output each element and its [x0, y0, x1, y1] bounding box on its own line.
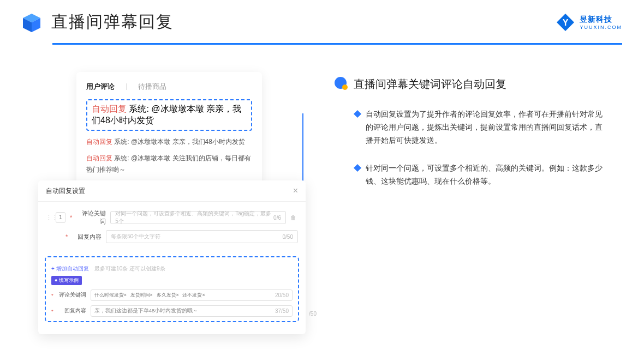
auto-reply-tag: 自动回复: [86, 154, 112, 162]
keyword-placeholder: 对同一个问题，可设置多个相近、高频的关键词，Tag确定，最多5个: [115, 210, 273, 225]
comment-row-highlighted: 自动回复 系统: @冰墩墩本墩 亲亲，我们48小时内发货: [86, 99, 252, 131]
diamond-bullet-icon: [354, 164, 361, 172]
close-icon[interactable]: ×: [293, 186, 298, 196]
auto-reply-tag: 自动回复: [92, 104, 127, 113]
example-badge: ● 填写示例: [51, 276, 82, 285]
page-title: 直播间弹幕回复: [51, 11, 174, 33]
auto-reply-tag: 自动回复: [86, 138, 112, 146]
tab-pending-products[interactable]: 待播商品: [138, 82, 166, 92]
comment-tabs: 用户评论 | 待播商品: [86, 82, 252, 92]
settings-dialog: 自动回复设置 × ⋮⋮ 1 * 评论关键词 对同一个问题，可设置多个相近、高频的…: [38, 180, 306, 334]
comment-text: 系统: @冰墩墩本墩 亲亲，我们48小时内发货: [114, 138, 245, 146]
trash-icon[interactable]: 🗑: [290, 214, 298, 221]
section-title: 直播间弹幕关键词评论自动回复: [354, 77, 506, 92]
example-tags: 什么时候发货× 发货时间× 多久发货× 还不发货×: [94, 292, 207, 299]
tab-user-comments[interactable]: 用户评论: [86, 82, 115, 92]
required-star: *: [65, 233, 68, 240]
brand-name: 昱新科技: [580, 15, 622, 25]
example-content-counter: 37/50: [275, 308, 289, 314]
right-column: 直播间弹幕关键词评论自动回复 自动回复设置为了提升作者的评论回复效率，作者可在开…: [322, 72, 622, 334]
bullet-item: 自动回复设置为了提升作者的评论回复效率，作者可在开播前针对常见的评论用户问题，提…: [333, 108, 622, 147]
example-keyword-label: 评论关键词: [58, 292, 86, 299]
content-row: * 回复内容 每条限50个中文字符 0/50: [46, 230, 298, 243]
tab-divider: |: [126, 82, 127, 92]
tag-chip: 发货时间×: [130, 292, 153, 298]
comment-row: 自动回复 系统: @冰墩墩本墩 关注我们的店铺，每日都有热门推荐哟～: [86, 153, 252, 175]
content-placeholder: 每条限50个中文字符: [111, 233, 160, 240]
bullet-text: 自动回复设置为了提升作者的评论回复效率，作者可在开播前针对常见的评论用户问题，提…: [366, 108, 606, 147]
keyword-counter: 0/6: [273, 215, 281, 221]
keyword-input[interactable]: 对同一个问题，可设置多个相近、高频的关键词，Tag确定，最多5个 0/6: [110, 211, 286, 224]
header-left: 直播间弹幕回复: [21, 11, 174, 33]
tag-chip: 什么时候发货×: [94, 292, 127, 298]
left-column: 用户评论 | 待播商品 自动回复 系统: @冰墩墩本墩 亲亲，我们48小时内发货…: [38, 72, 306, 334]
brand-url: YUUXIN.COM: [580, 25, 622, 30]
required-star: *: [51, 292, 53, 298]
tag-chip: 多久发货×: [157, 292, 179, 298]
example-content-value: 亲，我们这边都是下单48小时内发货的哦～: [94, 307, 199, 315]
example-keyword-counter: 20/50: [275, 292, 289, 298]
dialog-title: 自动回复设置: [46, 186, 85, 196]
add-row: + 增加自动回复 最多可建10条 还可以创建9条: [51, 263, 293, 273]
tag-chip: 还不发货×: [182, 292, 205, 298]
comment-row: 自动回复 系统: @冰墩墩本墩 亲亲，我们48小时内发货: [86, 136, 252, 147]
brand-icon: Y: [556, 13, 575, 32]
example-keyword-input[interactable]: 什么时候发货× 发货时间× 多久发货× 还不发货× 20/50: [91, 289, 293, 301]
header: 直播间弹幕回复 Y 昱新科技 YUUXIN.COM: [0, 0, 644, 39]
example-keyword-row: * 评论关键词 什么时候发货× 发货时间× 多久发货× 还不发货× 20/50: [51, 289, 293, 301]
sequence-box: 1: [56, 212, 65, 223]
diamond-bullet-icon: [354, 110, 361, 118]
keyword-row: ⋮⋮ 1 * 评论关键词 对同一个问题，可设置多个相近、高频的关键词，Tag确定…: [46, 209, 298, 226]
add-hint: 最多可建10条 还可以创建9条: [94, 266, 165, 272]
bullet-text: 针对同一个问题，可设置多个相近的、高频的关键词。例如：这款多少钱、这块能优惠吗、…: [366, 162, 606, 188]
example-block: + 增加自动回复 最多可建10条 还可以创建9条 ● 填写示例 * 评论关键词 …: [45, 256, 299, 322]
main: 用户评论 | 待播商品 自动回复 系统: @冰墩墩本墩 亲亲，我们48小时内发货…: [0, 45, 644, 334]
brand: Y 昱新科技 YUUXIN.COM: [556, 13, 622, 32]
bullet-item: 针对同一个问题，可设置多个相近的、高频的关键词。例如：这款多少钱、这块能优惠吗、…: [333, 162, 622, 188]
section-head: 直播间弹幕关键词评论自动回复: [333, 76, 622, 92]
svg-point-6: [342, 85, 348, 90]
cube-icon: [21, 11, 43, 33]
example-content-row: * 回复内容 亲，我们这边都是下单48小时内发货的哦～ 37/50: [51, 305, 293, 317]
dialog-titlebar: 自动回复设置 ×: [38, 180, 306, 202]
dialog-body: ⋮⋮ 1 * 评论关键词 对同一个问题，可设置多个相近、高频的关键词，Tag确定…: [38, 202, 306, 251]
example-content-input[interactable]: 亲，我们这边都是下单48小时内发货的哦～ 37/50: [91, 305, 293, 317]
example-content-label: 回复内容: [58, 307, 86, 315]
add-auto-reply-link[interactable]: + 增加自动回复: [51, 266, 89, 272]
required-star: *: [51, 308, 53, 314]
comment-card: 用户评论 | 待播商品 自动回复 系统: @冰墩墩本墩 亲亲，我们48小时内发货…: [76, 72, 262, 187]
content-counter: 0/50: [283, 234, 293, 240]
keyword-label: 评论关键词: [76, 209, 106, 226]
content-input[interactable]: 每条限50个中文字符 0/50: [106, 230, 298, 243]
outside-counter: /50: [309, 311, 317, 317]
svg-text:Y: Y: [563, 18, 569, 27]
chat-bubble-icon: [333, 76, 348, 92]
required-star: *: [70, 214, 72, 221]
comment-list: 自动回复 系统: @冰墩墩本墩 亲亲，我们48小时内发货 自动回复 系统: @冰…: [86, 99, 252, 175]
content-label: 回复内容: [72, 233, 102, 241]
brand-text: 昱新科技 YUUXIN.COM: [580, 15, 622, 30]
drag-handle-icon[interactable]: ⋮⋮: [46, 214, 51, 221]
